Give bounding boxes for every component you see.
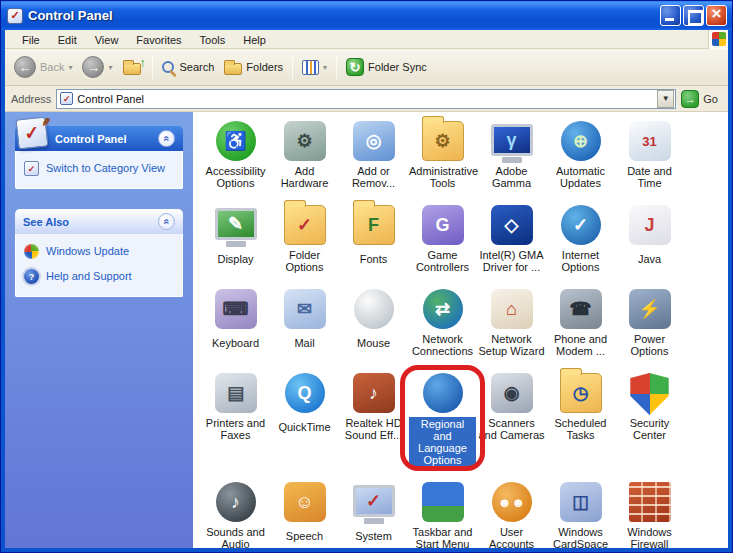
item-label: Intel(R) GMA Driver for ... [478,249,545,273]
search-button[interactable]: Search [157,58,220,76]
item-label: Game Controllers [409,249,476,273]
control-panel-item-phone-modem[interactable]: ☎Phone and Modem ... [546,286,615,359]
control-panel-item-speech[interactable]: ☺Speech [270,479,339,548]
collapse-chevron-icon[interactable]: « [158,130,175,147]
go-button[interactable]: → Go [681,90,722,108]
sidebar-link-switch-to-category-view[interactable]: ✓Switch to Category View [24,161,174,176]
control-panel-item-windows-firewall[interactable]: Windows Firewall [615,479,684,548]
item-label: Scheduled Tasks [547,417,614,441]
sidebar-link-label: Switch to Category View [46,161,165,174]
forward-arrow-icon: → [82,56,104,78]
views-dropdown-icon[interactable]: ▾ [323,63,327,72]
control-panel-item-power-options[interactable]: ⚡Power Options [615,286,684,359]
icon-glyph: ▤ [227,384,244,402]
control-panel-item-taskbar-start-menu[interactable]: Taskbar and Start Menu [408,479,477,548]
control-panel-item-mail[interactable]: ✉Mail [270,286,339,359]
back-arrow-icon: ← [14,56,36,78]
internet-options-icon: ✓ [561,205,601,245]
item-label: Taskbar and Start Menu [409,526,476,548]
control-panel-item-automatic-updates[interactable]: ⊕Automatic Updates [546,118,615,191]
address-bar: Address ✓ Control Panel ▼ → Go [5,86,728,112]
back-button[interactable]: ← Back ▾ [9,53,77,81]
sidebar-link-windows-update[interactable]: Windows Update [24,244,174,259]
item-label: Mouse [357,337,390,349]
game-controllers-icon: G [422,205,464,245]
menu-favorites[interactable]: Favorites [127,32,190,48]
go-arrow-icon: → [681,90,699,108]
icon-glyph: ⚙ [434,132,450,150]
forward-dropdown-icon[interactable]: ▾ [108,63,112,72]
control-panel-item-folder-options[interactable]: ✓Folder Options [270,202,339,275]
control-panel-item-network-setup-wizard[interactable]: ⌂Network Setup Wizard [477,286,546,359]
back-dropdown-icon[interactable]: ▾ [68,63,72,72]
control-panel-item-add-hardware[interactable]: ⚙Add Hardware [270,118,339,191]
icon-glyph: ◎ [366,132,382,150]
control-panel-item-java[interactable]: JJava [615,202,684,275]
control-panel-item-accessibility-options[interactable]: ♿Accessibility Options [201,118,270,191]
control-panel-item-mouse[interactable]: Mouse [339,286,408,359]
views-button[interactable]: ▾ [297,57,332,78]
power-options-icon: ⚡ [629,289,671,329]
control-panel-item-user-accounts[interactable]: ☻☻User Accounts [477,479,546,548]
control-panel-item-regional-language-options[interactable]: Regional and Language Options [408,370,477,468]
control-panel-item-printers-faxes[interactable]: ▤Printers and Faxes [201,370,270,468]
item-label: Internet Options [547,249,614,273]
icon-glyph: ◉ [504,384,520,402]
menu-file[interactable]: File [13,32,49,48]
up-button[interactable]: ↑ [118,57,148,78]
collapse-chevron-icon[interactable]: « [158,213,175,230]
sidebar-link-help-and-support[interactable]: ?Help and Support [24,269,174,284]
icon-glyph: ⌂ [506,300,517,318]
folder-sync-button[interactable]: ↻ Folder Sync [341,55,432,79]
menu-view[interactable]: View [86,32,128,48]
control-panel-item-internet-options[interactable]: ✓Internet Options [546,202,615,275]
control-panel-item-administrative-tools[interactable]: ⚙Administrative Tools [408,118,477,191]
address-input[interactable]: ✓ Control Panel ▼ [56,89,676,109]
icon-glyph: ⌨ [223,300,249,318]
address-dropdown-button[interactable]: ▼ [657,90,674,108]
control-panel-item-date-time[interactable]: 31Date and Time [615,118,684,191]
control-panel-item-network-connections[interactable]: ⇄Network Connections [408,286,477,359]
icon-glyph: ✎ [228,215,243,233]
maximize-button[interactable] [683,5,704,26]
see-also-header[interactable]: See Also « [15,209,183,234]
menu-help[interactable]: Help [234,32,275,48]
control-panel-item-game-controllers[interactable]: GGame Controllers [408,202,477,275]
control-panel-item-security-center[interactable]: Security Center [615,370,684,468]
control-panel-item-adobe-gamma[interactable]: γAdobe Gamma [477,118,546,191]
control-panel-item-display[interactable]: ✎Display [201,202,270,275]
folders-button[interactable]: Folders [219,57,288,78]
regional-language-options-icon [423,373,463,413]
control-panel-item-system[interactable]: ✓System [339,479,408,548]
control-panel-item-scanners-cameras[interactable]: ◉Scanners and Cameras [477,370,546,468]
scheduled-tasks-icon: ◷ [560,373,602,413]
icon-glyph: ⊕ [573,132,588,150]
folders-icon [224,63,242,75]
forward-button[interactable]: → ▾ [77,53,117,81]
icon-glyph: ◫ [572,493,589,511]
control-panel-item-intel-gma-driver[interactable]: ◇Intel(R) GMA Driver for ... [477,202,546,275]
date-time-icon: 31 [629,121,671,161]
control-panel-item-quicktime[interactable]: QQuickTime [270,370,339,468]
network-connections-icon: ⇄ [423,289,463,329]
menu-tools[interactable]: Tools [191,32,235,48]
control-panel-item-keyboard[interactable]: ⌨Keyboard [201,286,270,359]
minimize-button[interactable] [660,5,681,26]
control-panel-item-windows-cardspace[interactable]: ◫Windows CardSpace [546,479,615,548]
control-panel-item-scheduled-tasks[interactable]: ◷Scheduled Tasks [546,370,615,468]
close-button[interactable] [706,5,727,26]
menu-edit[interactable]: Edit [49,32,86,48]
accessibility-options-icon: ♿ [216,121,256,161]
item-label: Realtek HD Sound Eff... [340,417,407,441]
item-label: Printers and Faxes [202,417,269,441]
security-center-icon [630,373,670,415]
control-panel-item-sounds-audio[interactable]: ♪Sounds and Audio Devices [201,479,270,548]
add-hardware-icon: ⚙ [284,121,326,161]
icon-glyph: ✓ [366,492,381,510]
control-panel-item-realtek-hd-sound[interactable]: ♪Realtek HD Sound Eff... [339,370,408,468]
control-panel-item-add-remove-programs[interactable]: ◎Add or Remov... [339,118,408,191]
folder-sync-label: Folder Sync [368,61,427,73]
control-panel-item-fonts[interactable]: FFonts [339,202,408,275]
item-label: Keyboard [212,337,259,349]
item-label: Scanners and Cameras [478,417,545,441]
